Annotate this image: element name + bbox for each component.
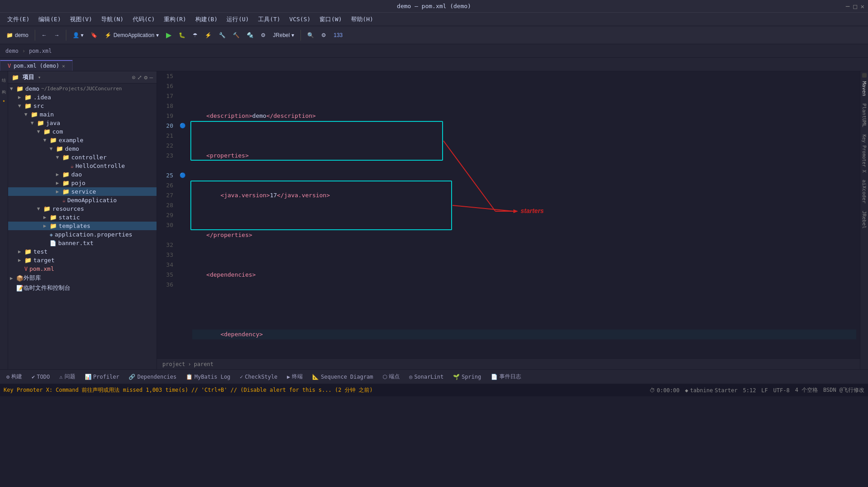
status-tabnine[interactable]: ◆ tabnine Starter	[685, 387, 737, 394]
tree-node-scratch[interactable]: 📝 临时文件和控制台	[8, 283, 157, 293]
svg-marker-2	[513, 209, 518, 213]
status-indent[interactable]: 4 个空格	[795, 386, 817, 394]
tree-node-src[interactable]: ▼ 📁 src	[8, 102, 157, 110]
tree-node-dao[interactable]: ▶ 📁 dao	[8, 170, 157, 179]
tree-node-test[interactable]: ▶ 📁 test	[8, 247, 157, 256]
toolbar-icons4[interactable]: ⚙	[258, 31, 268, 40]
profile-button[interactable]: ⚡	[202, 31, 214, 40]
tree-expand-icon[interactable]: ⤢	[137, 74, 142, 81]
user-icon-btn[interactable]: 👤 ▾	[70, 31, 86, 40]
tree-node-demo[interactable]: ▼ 📁 demo ~/IdeaProjects/JUCConcurren	[8, 84, 157, 93]
bookmark-btn[interactable]: 🔖	[88, 31, 100, 40]
tab-pom-xml[interactable]: V pom.xml (demo) ✕	[0, 60, 73, 71]
minimize-icon[interactable]: ─	[846, 3, 850, 10]
close-icon[interactable]: ✕	[861, 3, 864, 10]
tree-node-static[interactable]: ▶ 📁 static	[8, 213, 157, 222]
tree-node-com[interactable]: ▼ 📁 com	[8, 127, 157, 136]
right-label-maven[interactable]: Maven	[861, 78, 867, 100]
profiler-icon: 📊	[85, 374, 92, 380]
tab-sequence[interactable]: 📐Sequence Diagram	[308, 372, 378, 381]
tree-gear-icon[interactable]: ⚙	[144, 74, 148, 81]
tree-node-demoapplication[interactable]: ☕ DemoApplicatio	[8, 196, 157, 204]
project-button[interactable]: 📁 demo	[4, 31, 31, 40]
number-btn[interactable]: 133	[331, 31, 345, 40]
tree-node-hellocontroller[interactable]: ☕ HelloControlle	[8, 162, 157, 170]
tree-close-icon[interactable]: —	[149, 74, 153, 81]
tree-node-banner[interactable]: 📄 banner.txt	[8, 239, 157, 247]
tree-node-resources[interactable]: ▼ 📁 resources	[8, 204, 157, 213]
toolbar: 📁 demo ← → 👤 ▾ 🔖 ⚡ DemoApplication ▾ ▶ 🐛…	[0, 26, 868, 44]
restore-icon[interactable]: □	[853, 3, 857, 10]
menu-tools[interactable]: 工具(T)	[254, 14, 284, 24]
tab-close[interactable]: ✕	[62, 63, 65, 69]
status-encoding[interactable]: UTF-8	[773, 387, 790, 394]
right-label-aixcoder[interactable]: aiXcoder	[861, 176, 867, 207]
tree-node-controller[interactable]: ▼ 📁 controller	[8, 153, 157, 162]
menu-help[interactable]: 帮助(H)	[347, 14, 377, 24]
status-position[interactable]: 5:12	[743, 387, 756, 394]
tree-node-idea[interactable]: ▶ 📁 .idea	[8, 93, 157, 102]
tab-build[interactable]: ⚙构建	[2, 371, 27, 382]
right-check-icon[interactable]	[862, 73, 867, 78]
tree-node-target[interactable]: ▶ 📁 target	[8, 256, 157, 264]
window-controls[interactable]: ─ □ ✕	[846, 3, 864, 10]
tab-label: pom.xml (demo)	[14, 63, 59, 69]
tree-node-example[interactable]: ▼ 📁 example	[8, 136, 157, 144]
tree-node-templates[interactable]: ▶ 📁 templates	[8, 222, 157, 230]
tree-node-app-properties[interactable]: ◈ application.properties	[8, 230, 157, 239]
tab-eventlog[interactable]: 📄事件日志	[486, 371, 526, 382]
menu-run[interactable]: 运行(U)	[223, 14, 252, 24]
toolbar-icons2[interactable]: 🔨	[230, 31, 242, 40]
toolbar-forward[interactable]: →	[51, 31, 62, 40]
search-btn[interactable]: 🔍	[305, 31, 317, 40]
footer-project: project	[162, 361, 185, 367]
tab-sonarlint[interactable]: ◎SonarLint	[405, 372, 448, 381]
right-label-jrebel[interactable]: JRebel	[861, 207, 867, 232]
menu-view[interactable]: 视图(V)	[66, 14, 96, 24]
code-view[interactable]: 15 16 17 18 19 20 21 22 23 25 26 27 28 2…	[157, 71, 860, 358]
menu-build[interactable]: 构建(B)	[192, 14, 221, 24]
tree-locate-icon[interactable]: ⊙	[132, 74, 136, 81]
tree-node-external[interactable]: ▶ 📦 外部库	[8, 273, 157, 283]
toolbar-back[interactable]: ←	[39, 31, 50, 40]
toolbar-icons3[interactable]: 🔩	[244, 31, 256, 40]
tree-node-pojo[interactable]: ▶ 📁 pojo	[8, 179, 157, 187]
menu-navigate[interactable]: 导航(N)	[97, 14, 127, 24]
right-label-keypromoter[interactable]: Key Promoter X	[862, 131, 867, 176]
status-line-ending[interactable]: LF	[762, 387, 768, 394]
tree-node-java[interactable]: ▼ 📁 java	[8, 119, 157, 127]
tab-problems[interactable]: ⚠问题	[55, 371, 79, 382]
menu-file[interactable]: 文件(E)	[4, 14, 33, 24]
tree-node-main[interactable]: ▼ 📁 main	[8, 110, 157, 119]
tab-checkstyle[interactable]: ✓CheckStyle	[235, 372, 282, 381]
debug-button[interactable]: 🐛	[176, 31, 188, 40]
run-button[interactable]: ▶	[163, 29, 174, 41]
tree-node-pom[interactable]: V pom.xml	[8, 264, 157, 273]
tree-node-service[interactable]: ▶ 📁 service	[8, 187, 157, 196]
dep-icon: 🔗	[129, 374, 135, 380]
code-line-15: <description>demo</description>	[192, 111, 856, 121]
jrebel-btn[interactable]: JRebel ▾	[270, 31, 297, 40]
right-label-plantuml[interactable]: PlantUML	[861, 100, 867, 131]
menu-edit[interactable]: 编辑(E)	[35, 14, 64, 24]
tab-profiler[interactable]: 📊Profiler	[80, 372, 124, 381]
tab-todo[interactable]: ✔TODO	[27, 372, 54, 381]
menu-vcs[interactable]: VCS(S)	[286, 15, 314, 23]
menu-code[interactable]: 代码(C)	[129, 14, 158, 24]
tab-endpoints[interactable]: ⬡端点	[378, 371, 404, 382]
run-config-btn[interactable]: ⚡ DemoApplication ▾	[102, 31, 162, 40]
left-icon-bookmark[interactable]: ★	[2, 98, 6, 103]
tab-mybatis[interactable]: 📋MyBatis Log	[181, 372, 235, 381]
menu-window[interactable]: 窗口(W)	[316, 14, 345, 24]
code-content[interactable]: <description>demo</description> <propert…	[189, 71, 860, 358]
menu-refactor[interactable]: 重构(R)	[160, 14, 189, 24]
tab-dependencies[interactable]: 🔗Dependencies	[124, 372, 181, 381]
tree-node-demo-pkg[interactable]: ▼ 📁 demo	[8, 144, 157, 153]
editor-footer: project › parent	[157, 358, 860, 369]
coverage-button[interactable]: ☂	[190, 31, 200, 40]
settings-btn[interactable]: ⚙	[319, 31, 329, 40]
toolbar-icons1[interactable]: 🔧	[216, 31, 228, 40]
sep3	[300, 30, 301, 41]
tab-spring[interactable]: 🌱Spring	[448, 372, 485, 381]
tab-terminal[interactable]: ▶终端	[282, 371, 307, 382]
